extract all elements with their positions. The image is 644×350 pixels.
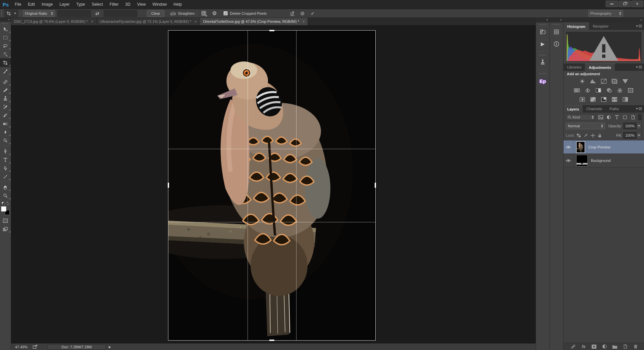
move-tool[interactable] xyxy=(0,25,11,33)
menu-type[interactable]: Type xyxy=(73,0,88,9)
menu-image[interactable]: Image xyxy=(38,0,56,9)
gradient-tool[interactable] xyxy=(0,120,11,128)
share-export-icon[interactable] xyxy=(33,345,38,349)
zoom-tool[interactable] xyxy=(0,191,11,200)
crop-tool-preset-button[interactable] xyxy=(4,10,18,17)
histogram-refresh-warning-icon[interactable] xyxy=(567,34,641,63)
layer-thumbnail[interactable] xyxy=(576,155,588,166)
toolbar-collapse-icon[interactable]: » xyxy=(0,18,11,22)
menu-select[interactable]: Select xyxy=(88,0,106,9)
panel-menu-icon[interactable] xyxy=(636,66,642,68)
document-size-field[interactable]: Doc: 7.28M/7.28M ▶ xyxy=(47,344,106,350)
clone-stamp-tool[interactable] xyxy=(0,94,11,103)
black-white-icon[interactable] xyxy=(594,87,602,93)
selective-color-icon[interactable] xyxy=(621,96,629,102)
histogram-display[interactable] xyxy=(566,32,641,61)
menu-window[interactable]: Window xyxy=(149,0,170,9)
expand-panels-icon[interactable]: « xyxy=(536,18,549,23)
close-icon[interactable]: × xyxy=(195,19,197,24)
document-tab-orientalturtledove[interactable]: OrientalTurtleDove.jpg @ 47.5% (Crop Pre… xyxy=(200,18,308,25)
menu-layer[interactable]: Layer xyxy=(56,0,73,9)
status-options-arrow-icon[interactable]: ▶ xyxy=(109,345,111,349)
crop-height-input[interactable] xyxy=(104,10,137,17)
screen-mode-button[interactable] xyxy=(0,225,11,233)
opacity-field[interactable]: 100% xyxy=(623,123,642,129)
blur-tool[interactable] xyxy=(0,128,11,136)
workspace-selector[interactable]: Photography xyxy=(588,10,623,17)
line-tool[interactable] xyxy=(0,172,11,181)
clone-source-panel-button[interactable] xyxy=(536,56,550,69)
tab-libraries[interactable]: Libraries xyxy=(564,63,585,71)
info-panel-button[interactable] xyxy=(550,38,564,50)
new-layer-icon[interactable] xyxy=(622,344,628,350)
menu-view[interactable]: View xyxy=(134,0,149,9)
crop-overlay-options-icon[interactable] xyxy=(200,10,208,17)
invert-icon[interactable] xyxy=(578,96,586,102)
lasso-tool[interactable] xyxy=(0,42,11,50)
panel-grip[interactable] xyxy=(539,54,546,56)
menu-3d[interactable]: 3D xyxy=(122,0,133,9)
curves-icon[interactable] xyxy=(600,78,608,84)
magic-wand-tool[interactable] xyxy=(0,50,11,58)
lock-all-icon[interactable] xyxy=(597,133,603,138)
eyedropper-tool[interactable] xyxy=(0,67,11,75)
commit-crop-icon[interactable]: ✓ xyxy=(311,10,315,16)
color-lookup-icon[interactable] xyxy=(627,87,635,93)
new-group-icon[interactable] xyxy=(612,344,618,350)
hue-saturation-icon[interactable] xyxy=(573,87,581,93)
vibrance-icon[interactable] xyxy=(621,78,629,84)
filter-by-adjustment-icon[interactable] xyxy=(606,114,612,120)
tab-channels[interactable]: Channels xyxy=(583,105,605,113)
threshold-icon[interactable] xyxy=(600,96,608,102)
filter-by-shape-icon[interactable] xyxy=(622,114,628,120)
levels-icon[interactable] xyxy=(589,78,597,84)
lock-pixels-icon[interactable] xyxy=(583,133,589,138)
actions-panel-button[interactable]: ▶ xyxy=(536,38,550,50)
panel-grip[interactable] xyxy=(539,24,546,25)
layer-visibility-toggle[interactable] xyxy=(564,154,574,167)
crop-handle-top[interactable] xyxy=(269,30,274,31)
foreground-color-swatch[interactable] xyxy=(1,206,6,212)
expand-panels-icon[interactable]: « xyxy=(550,18,563,23)
delete-cropped-pixels-checkbox[interactable]: ✓ xyxy=(223,11,228,15)
zoom-level-field[interactable]: 47.49% xyxy=(15,345,33,349)
delete-layer-icon[interactable] xyxy=(633,344,639,350)
properties-panel-button[interactable] xyxy=(550,26,564,38)
options-grip[interactable] xyxy=(1,10,3,17)
quick-mask-button[interactable] xyxy=(0,216,11,225)
document-tab-dsc2713[interactable]: DSC_2713.jpg @ 76.6% (Layer 0, RGB/8#) *… xyxy=(11,18,97,25)
cancel-crop-icon[interactable]: ⊘ xyxy=(300,10,305,16)
fill-dropdown-icon[interactable] xyxy=(636,132,641,138)
menu-help[interactable]: Help xyxy=(170,0,185,9)
canvas-area[interactable] xyxy=(11,25,536,343)
lock-transparency-icon[interactable] xyxy=(576,133,582,138)
spot-healing-brush-tool[interactable] xyxy=(0,78,11,86)
tab-adjustments[interactable]: Adjustments xyxy=(585,63,615,71)
toolbar-grip[interactable] xyxy=(2,23,8,24)
eraser-tool[interactable] xyxy=(0,111,11,120)
opacity-dropdown-icon[interactable] xyxy=(636,123,641,129)
menu-filter[interactable]: Filter xyxy=(106,0,122,9)
filter-by-image-icon[interactable] xyxy=(597,114,603,120)
crop-ratio-select[interactable]: Original Ratio xyxy=(23,10,55,17)
panel-grip[interactable] xyxy=(553,24,560,25)
menu-edit[interactable]: Edit xyxy=(24,0,38,9)
gradient-map-icon[interactable] xyxy=(610,96,619,102)
panel-menu-icon[interactable] xyxy=(636,107,642,110)
close-icon[interactable]: × xyxy=(303,19,305,24)
posterize-icon[interactable] xyxy=(589,96,597,102)
layer-filter-toggle[interactable] xyxy=(638,114,642,120)
document-tab-ultramarineflycatcher[interactable]: UltramarineFlycatcher.jpg @ 72.1% (Layer… xyxy=(97,18,200,25)
layer-row-background[interactable]: Background xyxy=(564,154,644,167)
color-balance-icon[interactable] xyxy=(584,87,592,93)
blend-mode-select[interactable]: Normal xyxy=(566,123,605,129)
filter-by-type-icon[interactable] xyxy=(614,114,620,120)
add-layer-mask-icon[interactable] xyxy=(591,344,597,350)
layer-visibility-toggle[interactable] xyxy=(564,140,574,154)
lock-position-icon[interactable] xyxy=(590,133,596,138)
layer-style-fx-icon[interactable]: fx xyxy=(581,344,587,350)
history-brush-tool[interactable] xyxy=(0,103,11,111)
dodge-tool[interactable] xyxy=(0,136,11,145)
fill-field[interactable]: 100% xyxy=(623,132,642,139)
menu-file[interactable]: File xyxy=(11,0,24,9)
